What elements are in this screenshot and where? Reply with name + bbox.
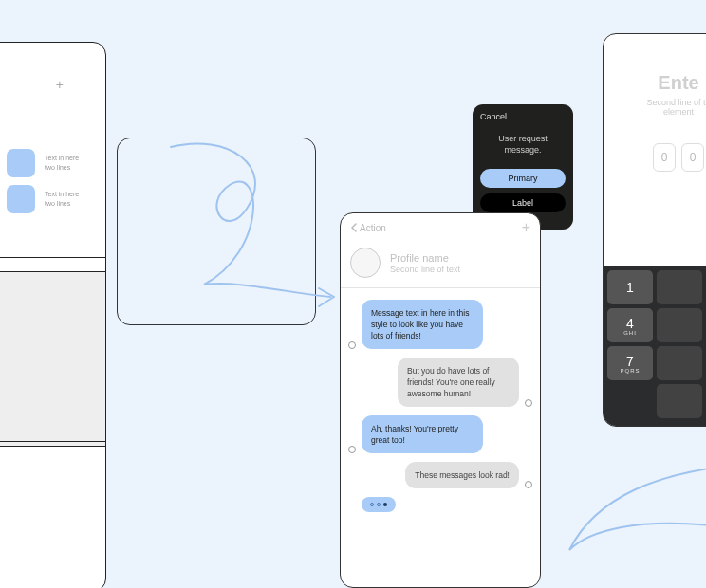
back-label: Action: [360, 223, 386, 233]
chat-header: Action +: [341, 213, 540, 242]
plus-icon[interactable]: +: [522, 219, 530, 236]
message-bubble: Message text in here in this style to lo…: [362, 300, 483, 349]
sender-dot: [348, 341, 356, 349]
list-item[interactable]: Text in heretwo lines: [7, 149, 102, 177]
key-0[interactable]: [657, 384, 702, 418]
key-8[interactable]: [657, 346, 702, 380]
digit-input[interactable]: 0: [653, 143, 676, 172]
message-row: These messages look rad!: [348, 462, 532, 488]
back-button[interactable]: Action: [350, 223, 386, 233]
message-bubble: These messages look rad!: [405, 462, 519, 488]
avatar: [350, 248, 381, 278]
divider: [0, 257, 105, 258]
key-7[interactable]: 7PQRS: [607, 346, 653, 380]
passcode-title: Ente: [615, 72, 706, 94]
key-blank: [607, 384, 653, 418]
profile-subtitle: Second line of text: [390, 265, 460, 274]
modal-message: User request message.: [480, 133, 566, 156]
key-2[interactable]: [657, 270, 702, 304]
secondary-button[interactable]: Label: [480, 193, 566, 212]
image-placeholder: [0, 271, 105, 447]
primary-button[interactable]: Primary: [480, 169, 566, 188]
thumbnail: [7, 149, 35, 177]
numeric-keypad: 1 4GHI 7PQRS: [604, 266, 706, 426]
sender-dot: [525, 399, 532, 407]
message-row: But you do have lots of friends! You're …: [348, 358, 532, 407]
cancel-button[interactable]: Cancel: [480, 112, 566, 121]
passcode-subtitle: Second line of teelement: [615, 98, 706, 117]
passcode-screen: Ente Second line of teelement 0 0 1 4GHI…: [603, 33, 706, 427]
key-1[interactable]: 1: [607, 270, 653, 304]
list-item[interactable]: Text in heretwo lines: [7, 185, 102, 213]
wireframe-card: [117, 138, 316, 325]
divider: [0, 441, 105, 442]
chat-screen: Action + Profile name Second line of tex…: [340, 212, 541, 588]
list-item-label: Text in heretwo lines: [45, 154, 79, 173]
home-indicator: [607, 422, 702, 427]
chevron-left-icon: [350, 223, 358, 232]
key-4[interactable]: 4GHI: [607, 308, 653, 342]
sender-dot: [348, 446, 356, 453]
message-bubble: Ah, thanks! You're pretty great too!: [362, 415, 483, 453]
key-5[interactable]: [657, 308, 702, 342]
plus-icon[interactable]: +: [56, 77, 64, 92]
profile-row[interactable]: Profile name Second line of text: [341, 242, 540, 288]
digit-row: 0 0: [615, 143, 706, 172]
thumbnail: [7, 185, 35, 213]
alert-modal: Cancel User request message. Primary Lab…: [473, 104, 573, 230]
list-card: + Text in heretwo lines Text in heretwo …: [0, 42, 106, 588]
digit-input[interactable]: 0: [681, 143, 704, 172]
message-row: Ah, thanks! You're pretty great too!: [348, 415, 532, 453]
list-item-label: Text in heretwo lines: [45, 190, 79, 209]
message-bubble: But you do have lots of friends! You're …: [398, 358, 519, 407]
message-row: Message text in here in this style to lo…: [348, 300, 532, 349]
arrow-swirl-icon: [560, 465, 706, 579]
sender-dot: [525, 481, 532, 488]
messages-list: Message text in here in this style to lo…: [341, 288, 540, 520]
profile-name: Profile name: [390, 252, 460, 264]
typing-indicator: [362, 497, 396, 512]
